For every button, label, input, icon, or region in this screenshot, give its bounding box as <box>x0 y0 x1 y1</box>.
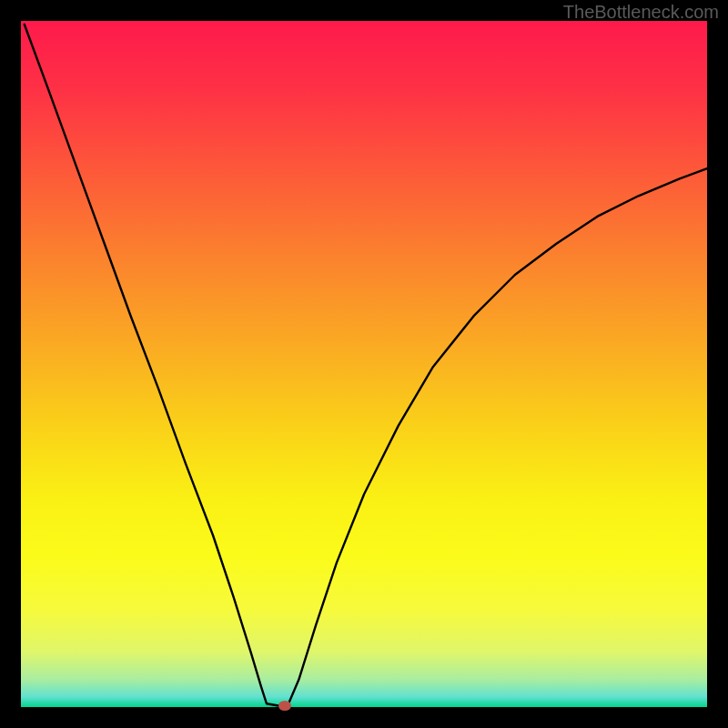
gradient-background <box>21 21 707 707</box>
chart-svg <box>21 21 707 707</box>
optimal-point-marker <box>278 701 291 711</box>
plot-area <box>21 21 707 707</box>
watermark-text: TheBottleneck.com <box>563 2 719 23</box>
